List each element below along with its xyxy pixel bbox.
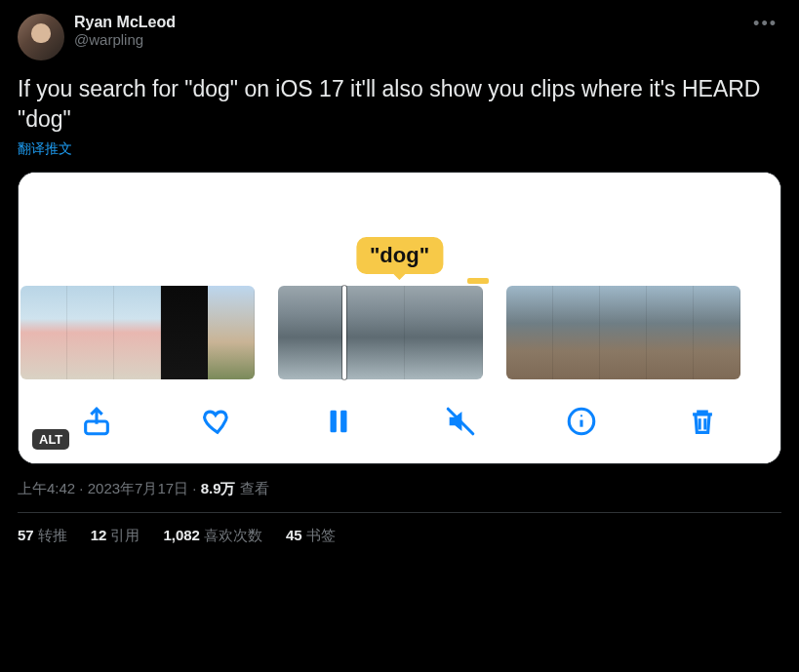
- views-label: 查看: [236, 480, 269, 496]
- thumbnail-frame: [20, 286, 67, 379]
- thumbnail-frame: [553, 286, 600, 379]
- svg-point-6: [580, 415, 582, 416]
- stats-row: 57转推 12引用 1,082喜欢次数 45书签: [18, 527, 781, 545]
- thumbnail-frame: [405, 286, 483, 379]
- retweets-stat[interactable]: 57转推: [18, 527, 67, 545]
- clip-3[interactable]: [506, 286, 740, 379]
- avatar[interactable]: [18, 14, 64, 60]
- meta-date[interactable]: 2023年7月17日: [88, 480, 188, 496]
- clip-1[interactable]: [20, 286, 255, 379]
- thumbnail-frame: [647, 286, 694, 379]
- more-icon[interactable]: •••: [749, 14, 781, 34]
- info-icon[interactable]: [560, 400, 603, 443]
- svg-rect-2: [341, 411, 347, 433]
- bookmarks-stat[interactable]: 45书签: [286, 527, 336, 545]
- media-card[interactable]: "dog": [18, 172, 781, 464]
- thumbnail-frame: [161, 286, 208, 379]
- meta-time[interactable]: 上午4:42: [18, 480, 75, 496]
- media-toolbar: [19, 379, 780, 463]
- thumbnail-frame: [506, 286, 553, 379]
- user-handle: @warpling: [74, 31, 739, 48]
- heart-icon[interactable]: [196, 400, 239, 443]
- thumbnail-frame: [114, 286, 161, 379]
- trash-icon[interactable]: [681, 400, 724, 443]
- pause-icon[interactable]: [317, 400, 360, 443]
- caption-chip: "dog": [356, 237, 443, 274]
- tweet-container: Ryan McLeod @warpling ••• If you search …: [0, 0, 799, 559]
- thumbnail-frame: [208, 286, 255, 379]
- tweet-header: Ryan McLeod @warpling •••: [18, 14, 781, 60]
- svg-rect-1: [331, 411, 337, 433]
- clip-2[interactable]: [278, 286, 483, 379]
- alt-badge[interactable]: ALT: [32, 429, 69, 450]
- thumbnail-frame: [600, 286, 647, 379]
- timeline-thumbnails[interactable]: [19, 286, 780, 379]
- share-icon[interactable]: [75, 400, 118, 443]
- meta-row: 上午4:42 · 2023年7月17日 · 8.9万 查看: [18, 480, 781, 498]
- divider: [18, 512, 781, 513]
- playhead[interactable]: [340, 286, 348, 379]
- tweet-text: If you search for "dog" on iOS 17 it'll …: [18, 74, 781, 135]
- mute-icon[interactable]: [439, 400, 482, 443]
- match-indicator: [467, 278, 489, 284]
- thumbnail-frame: [694, 286, 740, 379]
- translate-link[interactable]: 翻译推文: [18, 140, 781, 158]
- thumbnail-frame: [67, 286, 114, 379]
- display-name: Ryan McLeod: [74, 14, 739, 31]
- media-whitespace: "dog": [19, 173, 780, 286]
- views-count: 8.9万: [201, 480, 236, 496]
- user-info[interactable]: Ryan McLeod @warpling: [74, 14, 739, 48]
- likes-stat[interactable]: 1,082喜欢次数: [163, 527, 262, 545]
- quotes-stat[interactable]: 12引用: [91, 527, 140, 545]
